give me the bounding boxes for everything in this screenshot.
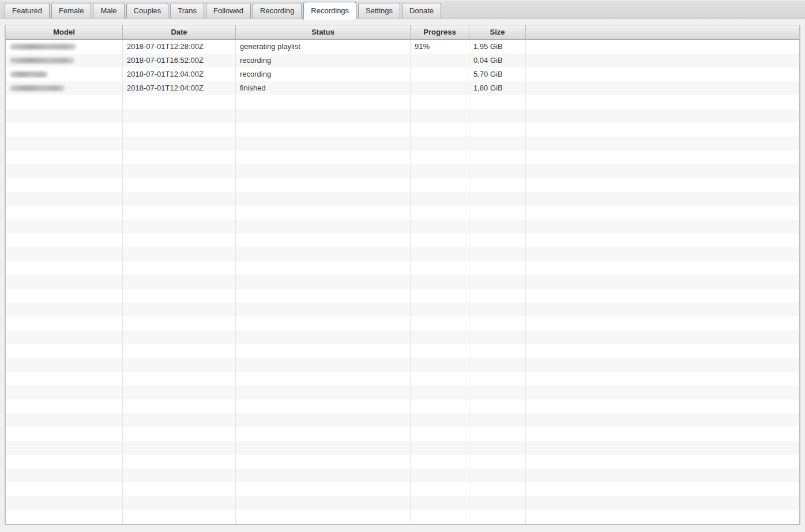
table-row[interactable]: 2018-07-01T16:52:00Z recording 0,04 GiB xyxy=(6,54,799,67)
table-row-empty[interactable] xyxy=(6,192,799,206)
tab-settings[interactable]: Settings xyxy=(358,3,400,18)
table-row-empty[interactable] xyxy=(6,123,799,137)
cell-model xyxy=(6,303,123,316)
cell-filler xyxy=(526,413,799,427)
cell-status xyxy=(236,358,411,372)
cell-status xyxy=(236,178,411,192)
column-header-progress[interactable]: Progress xyxy=(411,25,469,39)
cell-date xyxy=(123,233,236,247)
cell-filler xyxy=(526,206,799,220)
table-row-empty[interactable] xyxy=(6,275,799,289)
cell-status xyxy=(236,261,411,275)
cell-date xyxy=(123,344,236,358)
cell-date xyxy=(123,469,236,482)
cell-size xyxy=(469,233,526,247)
table-row[interactable]: 2018-07-01T12:04:00Z recording 5,70 GiB xyxy=(6,67,799,81)
table-row-empty[interactable] xyxy=(6,95,799,109)
table-row-empty[interactable] xyxy=(6,178,799,192)
table-row-empty[interactable] xyxy=(6,109,799,123)
cell-date xyxy=(123,206,236,220)
model-redaction xyxy=(10,44,76,50)
cell-date: 2018-07-01T12:04:00Z xyxy=(123,81,236,95)
cell-status xyxy=(236,275,411,289)
cell-model xyxy=(6,469,123,482)
tab-trans[interactable]: Trans xyxy=(170,3,204,18)
tab-recording[interactable]: Recording xyxy=(253,3,302,18)
table-row-empty[interactable] xyxy=(6,372,799,386)
cell-progress xyxy=(411,95,469,109)
cell-model xyxy=(6,123,123,137)
tab-donate[interactable]: Donate xyxy=(402,3,441,18)
table-body: 2018-07-01T12:28:00Z generating playlist… xyxy=(6,40,799,524)
cell-model xyxy=(6,386,123,399)
cell-size xyxy=(469,206,526,220)
cell-status xyxy=(236,399,411,413)
cell-size xyxy=(469,164,526,178)
table-row-empty[interactable] xyxy=(6,386,799,399)
cell-progress xyxy=(411,220,469,233)
tab-couples[interactable]: Couples xyxy=(126,3,169,18)
table-row-empty[interactable] xyxy=(6,358,799,372)
table-row-empty[interactable] xyxy=(6,427,799,441)
table-row-empty[interactable] xyxy=(6,164,799,178)
cell-model xyxy=(6,247,123,261)
column-header-date[interactable]: Date xyxy=(123,25,236,39)
table-row-empty[interactable] xyxy=(6,289,799,303)
tab-male[interactable]: Male xyxy=(93,3,124,18)
cell-date xyxy=(123,275,236,289)
table-row-empty[interactable] xyxy=(6,233,799,247)
cell-status xyxy=(236,164,411,178)
cell-size xyxy=(469,441,526,455)
table-row-empty[interactable] xyxy=(6,150,799,164)
cell-date xyxy=(123,192,236,206)
table-row-empty[interactable] xyxy=(6,399,799,413)
table-row-empty[interactable] xyxy=(6,206,799,220)
cell-size xyxy=(469,386,526,399)
table-row-empty[interactable] xyxy=(6,441,799,455)
column-header-size[interactable]: Size xyxy=(469,25,526,39)
column-header-status[interactable]: Status xyxy=(236,25,411,39)
cell-model xyxy=(6,178,123,192)
table-row[interactable]: 2018-07-01T12:28:00Z generating playlist… xyxy=(6,40,799,54)
cell-model xyxy=(6,358,123,372)
cell-size xyxy=(469,109,526,123)
table-row-empty[interactable] xyxy=(6,220,799,233)
table-row-empty[interactable] xyxy=(6,261,799,275)
table-row-empty[interactable] xyxy=(6,316,799,330)
cell-filler xyxy=(526,261,799,275)
table-row-empty[interactable] xyxy=(6,344,799,358)
cell-status xyxy=(236,496,411,510)
table-row-empty[interactable] xyxy=(6,510,799,524)
table-row-empty[interactable] xyxy=(6,455,799,469)
cell-progress xyxy=(411,54,469,67)
cell-status xyxy=(236,206,411,220)
table-row-empty[interactable] xyxy=(6,247,799,261)
tab-featured[interactable]: Featured xyxy=(5,3,50,18)
cell-model xyxy=(6,441,123,455)
table-row-empty[interactable] xyxy=(6,413,799,427)
cell-date xyxy=(123,150,236,164)
table-row-empty[interactable] xyxy=(6,330,799,344)
cell-progress xyxy=(411,330,469,344)
cell-filler xyxy=(526,372,799,386)
table-row-empty[interactable] xyxy=(6,482,799,496)
cell-status xyxy=(236,192,411,206)
tab-recordings[interactable]: Recordings xyxy=(303,2,356,20)
cell-date xyxy=(123,399,236,413)
cell-date xyxy=(123,496,236,510)
cell-size xyxy=(469,482,526,496)
table-row-empty[interactable] xyxy=(6,496,799,510)
cell-status xyxy=(236,109,411,123)
tab-female[interactable]: Female xyxy=(51,3,91,18)
cell-status xyxy=(236,455,411,469)
table-row[interactable]: 2018-07-01T12:04:00Z finished 1,80 GiB xyxy=(6,81,799,95)
table-row-empty[interactable] xyxy=(6,137,799,150)
table-row-empty[interactable] xyxy=(6,303,799,316)
column-header-model[interactable]: Model xyxy=(6,25,123,39)
table-row-empty[interactable] xyxy=(6,469,799,482)
cell-date xyxy=(123,441,236,455)
cell-size xyxy=(469,469,526,482)
cell-progress xyxy=(411,399,469,413)
cell-filler xyxy=(526,150,799,164)
tab-followed[interactable]: Followed xyxy=(206,3,251,18)
